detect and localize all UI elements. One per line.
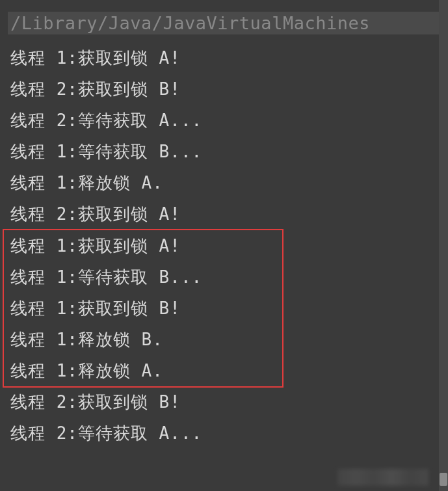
log-line: 线程 1:获取到锁 A!: [8, 42, 441, 73]
log-line: 线程 2:等待获取 A...: [8, 105, 441, 136]
log-lines-container: 线程 1:获取到锁 A!线程 2:获取到锁 B!线程 2:等待获取 A...线程…: [8, 42, 441, 449]
scrollbar-track[interactable]: [439, 0, 448, 491]
log-line: 线程 1:等待获取 B...: [8, 136, 441, 167]
log-line: 线程 2:获取到锁 B!: [8, 73, 441, 105]
blurred-region: [337, 469, 428, 486]
log-line: 线程 2:获取到锁 A!: [8, 198, 441, 230]
log-line: 线程 1:释放锁 B.: [8, 324, 441, 355]
console-output: /Library/Java/JavaVirtualMachines 线程 1:获…: [0, 0, 448, 455]
log-line: 线程 1:获取到锁 B!: [8, 293, 441, 324]
log-line: 线程 2:获取到锁 B!: [8, 386, 441, 418]
log-line: 线程 1:释放锁 A.: [8, 167, 441, 198]
log-line: 线程 1:获取到锁 A!: [8, 230, 441, 261]
log-line: 线程 1:等待获取 B...: [8, 261, 441, 293]
log-line: 线程 1:释放锁 A.: [8, 355, 441, 386]
execution-path: /Library/Java/JavaVirtualMachines: [8, 12, 441, 34]
scrollbar-thumb[interactable]: [440, 473, 447, 486]
log-line: 线程 2:等待获取 A...: [8, 418, 441, 449]
